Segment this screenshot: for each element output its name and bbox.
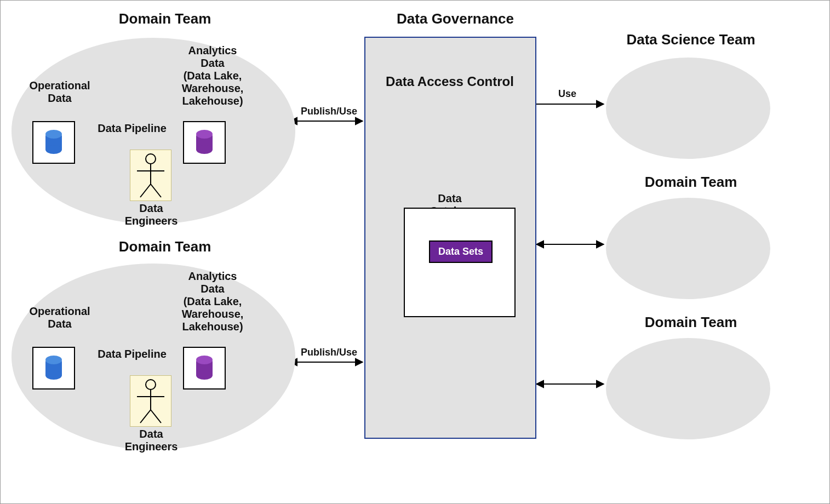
- svg-line-15: [140, 410, 151, 423]
- domain-team-right-1-title: Domain Team: [620, 174, 762, 191]
- svg-point-7: [146, 154, 156, 164]
- operational-data-label-1: Operational Data: [21, 79, 98, 105]
- diagram-frame: Domain Team Operational Data Analytics D…: [0, 0, 830, 504]
- domain-team-1-title: Domain Team: [94, 10, 236, 27]
- data-governance-title: Data Governance: [384, 10, 526, 27]
- svg-line-10: [140, 184, 151, 197]
- analytics-db-2: [183, 347, 226, 390]
- analytics-db-1: [183, 121, 226, 164]
- data-science-team-ellipse: [606, 58, 770, 159]
- person-icon: [130, 150, 171, 201]
- data-sets-box: Data Sets: [429, 240, 493, 263]
- domain-team-right-1-ellipse: [606, 198, 770, 299]
- cylinder-icon: [45, 130, 62, 154]
- cylinder-icon: [196, 356, 213, 380]
- data-engineers-label-1: Data Engineers: [110, 202, 192, 227]
- svg-line-16: [151, 410, 161, 423]
- cylinder-icon: [45, 356, 62, 380]
- domain-team-right-2-ellipse: [606, 338, 770, 439]
- domain-team-2-title: Domain Team: [94, 238, 236, 255]
- data-engineers-label-2: Data Engineers: [110, 428, 192, 453]
- data-science-team-title: Data Science Team: [609, 31, 773, 48]
- analytics-data-label-1: Analytics Data (Data Lake, Warehouse, La…: [161, 44, 265, 107]
- operational-db-2: [32, 347, 75, 390]
- data-pipeline-label-2: Data Pipeline: [85, 348, 179, 360]
- publish-use-label-1: Publish/Use: [301, 106, 357, 117]
- data-engineers-icon-1: [130, 150, 171, 201]
- data-access-control-title: Data Access Control: [377, 74, 522, 89]
- publish-use-label-2: Publish/Use: [301, 347, 357, 358]
- analytics-data-label-2: Analytics Data (Data Lake, Warehouse, La…: [161, 270, 265, 333]
- operational-db-1: [32, 121, 75, 164]
- person-icon: [130, 376, 171, 426]
- cylinder-icon: [196, 130, 213, 154]
- data-pipeline-label-1: Data Pipeline: [85, 122, 179, 135]
- domain-team-right-2-title: Domain Team: [620, 314, 762, 331]
- svg-line-11: [151, 184, 161, 197]
- operational-data-label-2: Operational Data: [21, 305, 98, 330]
- use-label: Use: [558, 88, 576, 100]
- data-engineers-icon-2: [130, 375, 171, 427]
- svg-point-12: [146, 380, 156, 390]
